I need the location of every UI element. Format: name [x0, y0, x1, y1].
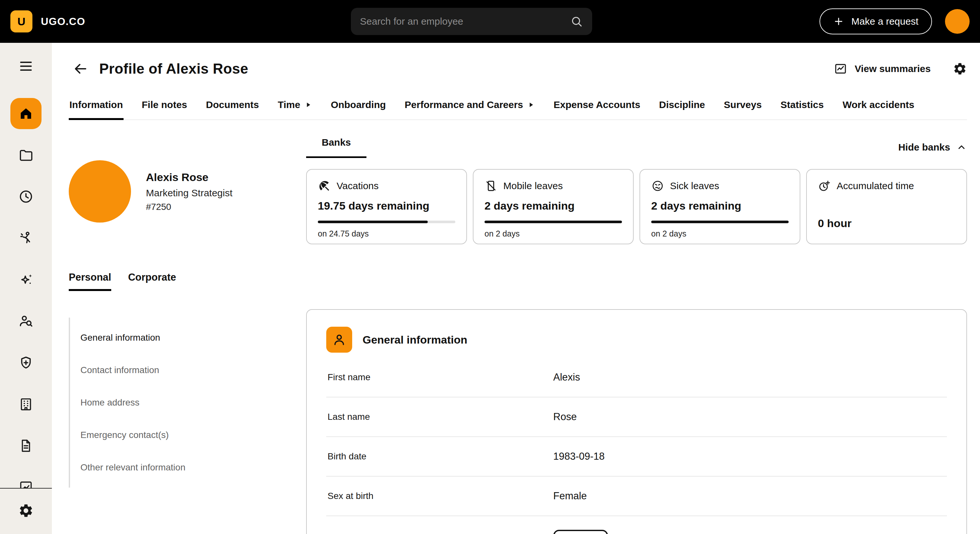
field-label: Sex at birth: [328, 491, 553, 501]
field-last-name: Last name Rose: [326, 397, 947, 437]
tab-performance-and-careers[interactable]: Performance and Careers: [404, 94, 535, 120]
bank-card-value: 2 days remaining: [651, 199, 789, 212]
sidebar-item-home[interactable]: [10, 98, 41, 129]
sidebar-item-folders[interactable]: [10, 140, 41, 171]
bank-cards: Vacations 19.75 days remaining on 24.75 …: [306, 169, 967, 244]
bank-card-title: Sick leaves: [670, 180, 719, 191]
tab-corporate[interactable]: Corporate: [128, 271, 176, 291]
search-input[interactable]: [360, 16, 563, 27]
home-icon: [18, 106, 34, 121]
employee-search[interactable]: [351, 8, 592, 35]
tab-discipline[interactable]: Discipline: [658, 94, 706, 120]
hide-banks-label: Hide banks: [898, 142, 950, 153]
celebration-icon: [18, 230, 34, 246]
tab-time[interactable]: Time: [277, 94, 312, 120]
submenu-arrow-icon: [528, 101, 535, 108]
language-chip[interactable]: English: [553, 530, 608, 534]
plus-icon: [833, 16, 844, 27]
general-information-header: General information: [326, 327, 947, 353]
sick-leaves-icon: [651, 179, 664, 192]
app-logo[interactable]: U UGO.CO: [10, 10, 85, 32]
hide-banks-button[interactable]: Hide banks: [898, 142, 967, 158]
section-nav-general-information[interactable]: General information: [80, 322, 160, 354]
accumulated-time-icon: [818, 179, 831, 192]
document-icon: [18, 438, 34, 454]
back-button[interactable]: [69, 57, 92, 80]
employee-summary: Alexis Rose Marketing Strategist #7250: [69, 129, 306, 223]
sidebar-item-performance[interactable]: [10, 264, 41, 295]
sidebar-item-company[interactable]: [10, 389, 41, 420]
sparkles-icon: [18, 272, 34, 287]
logo-letter: U: [18, 15, 25, 28]
page-header: Profile of Alexis Rose View summaries: [69, 57, 967, 80]
header-actions: View summaries: [834, 62, 967, 76]
banks-section: Alexis Rose Marketing Strategist #7250 B…: [69, 129, 967, 244]
profile-settings-button[interactable]: [953, 62, 967, 76]
sidebar-item-recruiting[interactable]: [10, 306, 41, 337]
page-title: Profile of Alexis Rose: [99, 61, 248, 77]
tab-banks[interactable]: Banks: [306, 129, 366, 158]
field-sex-at-birth: Sex at birth Female: [326, 477, 947, 516]
brand-name: UGO.CO: [41, 16, 85, 27]
search-icon[interactable]: [570, 15, 583, 28]
bank-card-title: Mobile leaves: [503, 180, 563, 191]
sidebar-footer: [0, 488, 52, 534]
bank-card-subtext: on 2 days: [651, 229, 789, 238]
progress-bar: [318, 221, 455, 223]
tab-file-notes[interactable]: File notes: [141, 94, 188, 120]
field-value: Female: [553, 490, 587, 502]
tab-work-accidents[interactable]: Work accidents: [842, 94, 915, 120]
tab-personal[interactable]: Personal: [69, 271, 111, 291]
banks-header: Banks Hide banks: [306, 129, 967, 158]
sidebar-item-safety[interactable]: [10, 347, 41, 378]
person-icon: [331, 332, 347, 347]
bank-card-accumulated-time[interactable]: Accumulated time 0 hour: [806, 169, 967, 244]
person-search-icon: [18, 313, 34, 329]
user-avatar[interactable]: [945, 9, 970, 34]
field-label: Birth date: [328, 451, 553, 462]
tab-expense-accounts[interactable]: Expense Accounts: [553, 94, 641, 120]
shield-icon: [18, 355, 34, 370]
employee-number: #7250: [146, 202, 232, 212]
section-nav-emergency-contacts[interactable]: Emergency contact(s): [80, 419, 169, 451]
view-summaries-button[interactable]: View summaries: [834, 62, 931, 76]
tab-statistics[interactable]: Statistics: [780, 94, 824, 120]
bank-card-sick-leaves[interactable]: Sick leaves 2 days remaining on 2 days: [640, 169, 800, 244]
bank-card-mobile-leaves[interactable]: Mobile leaves 2 days remaining on 2 days: [473, 169, 634, 244]
field-spoken-languages: Spoken languages English: [326, 516, 947, 534]
employee-job-title: Marketing Strategist: [146, 188, 232, 199]
bank-card-vacations[interactable]: Vacations 19.75 days remaining on 24.75 …: [306, 169, 467, 244]
personal-detail-section: General information Contact information …: [69, 309, 967, 534]
bank-card-value: 0 hour: [818, 217, 955, 230]
make-request-button[interactable]: Make a request: [819, 8, 932, 34]
bank-card-value: 2 days remaining: [485, 199, 622, 212]
tab-onboarding[interactable]: Onboarding: [330, 94, 387, 120]
vacations-icon: [318, 179, 331, 192]
settings-icon: [18, 503, 34, 518]
sidebar-item-documents[interactable]: [10, 430, 41, 461]
sidebar-item-settings[interactable]: [10, 498, 41, 524]
menu-button[interactable]: [18, 56, 34, 77]
field-value: Alexis: [553, 371, 580, 383]
section-nav-home-address[interactable]: Home address: [80, 386, 140, 419]
tab-documents[interactable]: Documents: [205, 94, 259, 120]
sidebar-item-onboarding[interactable]: [10, 223, 41, 254]
employee-name: Alexis Rose: [146, 171, 232, 183]
field-value: Rose: [553, 411, 577, 423]
progress-bar: [651, 221, 789, 223]
clock-icon: [18, 189, 34, 204]
bank-card-subtext: on 24.75 days: [318, 229, 455, 238]
sidebar-item-time[interactable]: [10, 181, 41, 212]
section-nav-contact-information[interactable]: Contact information: [80, 354, 159, 386]
personal-corporate-tabs: Personal Corporate: [69, 271, 967, 291]
progress-bar: [485, 221, 622, 223]
general-information-card: General information First name Alexis La…: [306, 309, 967, 534]
section-nav-other-relevant-information[interactable]: Other relevant information: [80, 451, 186, 484]
tab-surveys[interactable]: Surveys: [723, 94, 762, 120]
bank-card-value: 19.75 days remaining: [318, 199, 455, 212]
bank-card-title: Vacations: [337, 180, 379, 191]
submenu-arrow-icon: [305, 101, 312, 108]
tab-information[interactable]: Information: [69, 94, 124, 120]
bank-card-title: Accumulated time: [837, 180, 914, 191]
building-icon: [18, 397, 34, 412]
